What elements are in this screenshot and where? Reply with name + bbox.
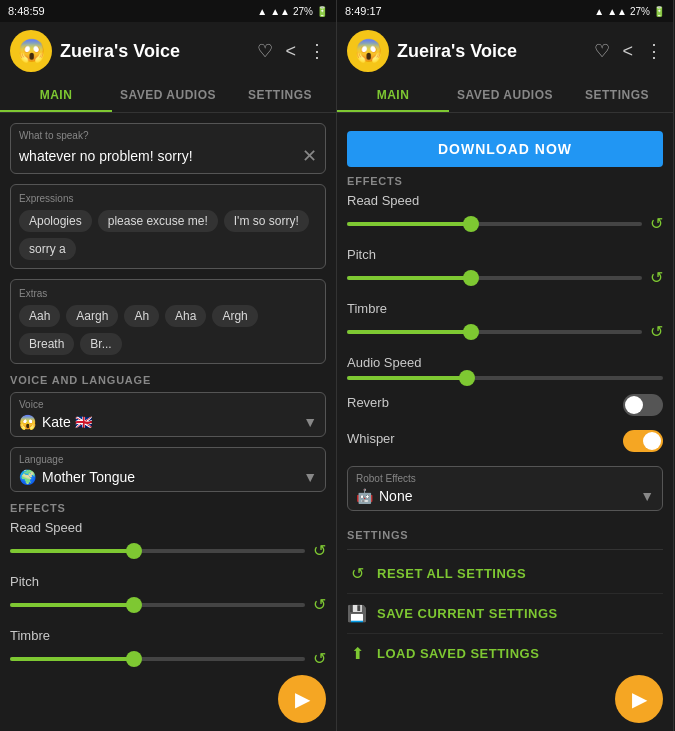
right-effects-title: EFFECTS [347,175,663,187]
speak-value[interactable]: whatever no problem! sorry! [19,148,193,164]
right-header-actions: ♡ < ⋮ [594,40,663,62]
right-effect-timbre-slider-row: ↺ [347,322,663,341]
right-effect-pitch-reset[interactable]: ↺ [650,268,663,287]
tab-settings-left[interactable]: SETTINGS [224,80,336,112]
more-icon[interactable]: ⋮ [308,40,326,62]
right-effect-read-speed-thumb [463,216,479,232]
right-share-icon[interactable]: < [622,41,633,62]
clear-button[interactable]: ✕ [302,145,317,167]
right-battery-icon: 🔋 [653,6,665,17]
chip-excuse[interactable]: please excuse me! [98,210,218,232]
effect-pitch: Pitch ↺ [10,574,326,614]
voice-value: Kate 🇬🇧 [42,414,92,430]
chip-ah[interactable]: Ah [124,305,159,327]
right-panel-bottom: ▶ [337,667,673,731]
right-effect-read-speed-reset[interactable]: ↺ [650,214,663,233]
chip-sorry-a[interactable]: sorry a [19,238,76,260]
speak-input-row: whatever no problem! sorry! ✕ [19,145,317,167]
tab-settings-right[interactable]: SETTINGS [561,80,673,112]
right-status-icons: ▲ ▲▲ 27% 🔋 [594,6,665,17]
voice-language-section-title: VOICE AND LANGUAGE [10,374,326,386]
robot-effects-arrow-icon: ▼ [640,488,654,504]
left-content: What to speak? whatever no problem! sorr… [0,113,336,667]
voice-select[interactable]: 😱 Kate 🇬🇧 ▼ [19,414,317,430]
settings-section: SETTINGS ↺ RESET ALL SETTINGS 💾 SAVE CUR… [347,521,663,667]
chip-apologies[interactable]: Apologies [19,210,92,232]
effect-timbre-reset[interactable]: ↺ [313,649,326,667]
left-avatar: 😱 [10,30,52,72]
left-effects-title: EFFECTS [10,502,326,514]
language-select[interactable]: 🌍 Mother Tongue ▼ [19,469,317,485]
upload-icon: ⬆ [347,644,367,663]
effect-pitch-track[interactable] [10,603,305,607]
reset-icon: ↺ [347,564,367,583]
right-effect-pitch-track[interactable] [347,276,642,280]
tab-saved-audios-left[interactable]: SAVED AUDIOS [112,80,224,112]
robot-effects-value: None [379,488,412,504]
language-emoji: 🌍 [19,469,36,485]
effect-timbre-thumb [126,651,142,667]
right-effect-audio-speed-track[interactable] [347,376,663,380]
save-current-settings-item[interactable]: 💾 SAVE CURRENT SETTINGS [347,594,663,634]
right-more-icon[interactable]: ⋮ [645,40,663,62]
effect-pitch-thumb [126,597,142,613]
chip-aha[interactable]: Aha [165,305,206,327]
language-select-group: Language 🌍 Mother Tongue ▼ [10,447,326,492]
whisper-toggle[interactable] [623,430,663,452]
chip-aargh[interactable]: Aargh [66,305,118,327]
effect-timbre: Timbre ↺ [10,628,326,667]
effect-read-speed-fill [10,549,134,553]
share-icon[interactable]: < [285,41,296,62]
left-play-button[interactable]: ▶ [278,675,326,723]
effect-pitch-reset[interactable]: ↺ [313,595,326,614]
chip-breath[interactable]: Breath [19,333,74,355]
effect-timbre-slider-row: ↺ [10,649,326,667]
chip-sorry[interactable]: I'm so sorry! [224,210,309,232]
chip-aah[interactable]: Aah [19,305,60,327]
right-effect-read-speed-fill [347,222,471,226]
right-effect-read-speed-slider-row: ↺ [347,214,663,233]
battery-icon: 🔋 [316,6,328,17]
effect-read-speed-track[interactable] [10,549,305,553]
save-current-settings-label: SAVE CURRENT SETTINGS [377,606,558,621]
signal-icon: ▲▲ [270,6,290,17]
reset-all-settings-item[interactable]: ↺ RESET ALL SETTINGS [347,554,663,594]
effect-timbre-track[interactable] [10,657,305,661]
reverb-toggle[interactable] [623,394,663,416]
tab-saved-audios-right[interactable]: SAVED AUDIOS [449,80,561,112]
right-effect-pitch-slider-row: ↺ [347,268,663,287]
right-time: 8:49:17 [345,5,382,17]
right-panel: 8:49:17 ▲ ▲▲ 27% 🔋 😱 Zueira's Voice ♡ < … [337,0,674,731]
right-effect-read-speed-track[interactable] [347,222,642,226]
left-tabs: MAIN SAVED AUDIOS SETTINGS [0,80,336,113]
load-saved-settings-item[interactable]: ⬆ LOAD SAVED SETTINGS [347,634,663,667]
effect-read-speed-reset[interactable]: ↺ [313,541,326,560]
voice-select-inner: 😱 Kate 🇬🇧 [19,414,92,430]
language-label: Language [19,454,317,465]
right-play-button[interactable]: ▶ [615,675,663,723]
robot-effects-select[interactable]: 🤖 None ▼ [356,488,654,504]
reverb-toggle-knob [625,396,643,414]
heart-icon[interactable]: ♡ [257,40,273,62]
robot-effects-emoji: 🤖 [356,488,373,504]
tab-main-right[interactable]: MAIN [337,80,449,112]
chip-br[interactable]: Br... [80,333,121,355]
right-effect-audio-speed-label: Audio Speed [347,355,663,370]
left-header: 😱 Zueira's Voice ♡ < ⋮ [0,22,336,80]
right-heart-icon[interactable]: ♡ [594,40,610,62]
right-effect-timbre-reset[interactable]: ↺ [650,322,663,341]
effect-read-speed: Read Speed ↺ [10,520,326,560]
left-header-actions: ♡ < ⋮ [257,40,326,62]
reverb-label: Reverb [347,395,389,410]
right-effect-timbre-label: Timbre [347,301,663,316]
right-effect-timbre: Timbre ↺ [347,301,663,341]
speak-label: What to speak? [19,130,317,141]
extras-group: Extras Aah Aargh Ah Aha Argh Breath Br..… [10,279,326,364]
right-effect-timbre-track[interactable] [347,330,642,334]
tab-main-left[interactable]: MAIN [0,80,112,112]
chip-argh[interactable]: Argh [212,305,257,327]
voice-select-group: Voice 😱 Kate 🇬🇧 ▼ [10,392,326,437]
expressions-chips: Apologies please excuse me! I'm so sorry… [19,210,317,260]
download-button[interactable]: DOWNLOAD NOW [347,131,663,167]
extras-chips: Aah Aargh Ah Aha Argh Breath Br... [19,305,317,355]
